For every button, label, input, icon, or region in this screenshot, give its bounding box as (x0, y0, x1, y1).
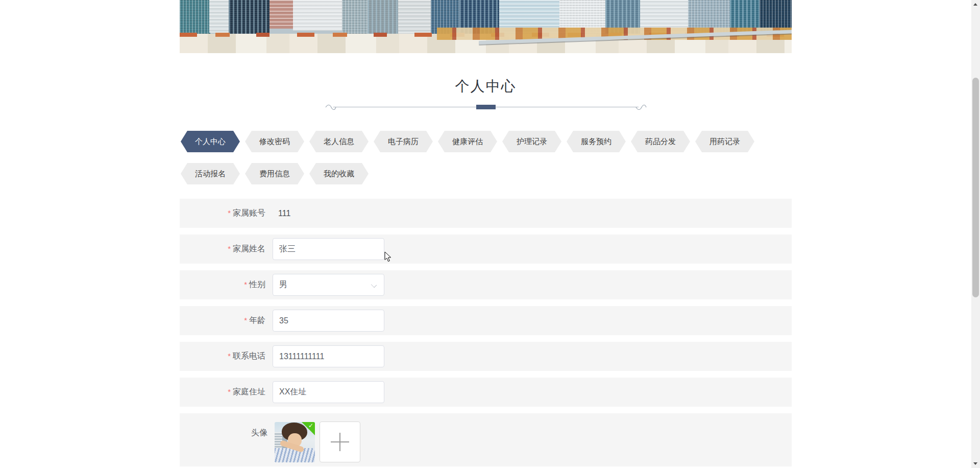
chevron-down-icon (371, 282, 377, 288)
nav-tab[interactable]: 健康评估 (438, 131, 497, 152)
nav-tab-label: 修改密码 (259, 137, 290, 147)
input-phone[interactable] (273, 345, 384, 367)
field-label: *年龄 (180, 315, 265, 326)
check-icon: ✓ (308, 422, 313, 429)
field-control (273, 345, 384, 367)
field-control: 男 (273, 274, 384, 296)
nav-tab[interactable]: 修改密码 (245, 131, 304, 152)
upload-button[interactable] (320, 422, 360, 462)
divider-squiggle-left (325, 104, 336, 110)
select-value: 男 (279, 279, 287, 290)
field-label-text: 联系电话 (233, 352, 265, 360)
field-control (273, 238, 384, 260)
field-control (273, 381, 384, 403)
nav-tab-label: 服务预约 (581, 137, 611, 147)
title-divider (328, 104, 644, 110)
nav-tab-label: 老人信息 (324, 137, 354, 147)
field-label-text: 年龄 (249, 316, 265, 324)
nav-tab-label: 费用信息 (259, 169, 290, 179)
tab-row-1: 个人中心修改密码老人信息电子病历健康评估护理记录服务预约药品分发用药记录 (181, 131, 792, 152)
scroll-down-icon[interactable] (971, 459, 980, 468)
banner-building (209, 0, 230, 33)
required-asterisk: * (228, 208, 231, 217)
nav-tab-label: 电子病历 (388, 137, 419, 147)
form-row-age: *年龄 (180, 306, 792, 335)
field-control: ✓ (275, 422, 360, 462)
nav-tab[interactable]: 服务预约 (567, 131, 626, 152)
nav-tab[interactable]: 个人中心 (181, 131, 240, 152)
form-row-family-account: *家属账号111 (180, 199, 792, 228)
required-asterisk: * (228, 244, 231, 253)
field-label: *家属姓名 (180, 244, 265, 254)
nav-tab[interactable]: 用药记录 (695, 131, 754, 152)
scroll-up-icon[interactable] (971, 0, 980, 9)
field-control (273, 310, 384, 332)
nav-tab[interactable]: 护理记录 (502, 131, 561, 152)
banner-building (270, 0, 293, 29)
select-gender[interactable]: 男 (273, 274, 384, 296)
input-age[interactable] (273, 310, 384, 332)
field-label: *家属账号 (180, 208, 265, 219)
required-asterisk: * (228, 352, 231, 360)
nav-tab-label: 个人中心 (195, 137, 226, 147)
required-asterisk: * (228, 387, 231, 396)
nav-tab-label: 护理记录 (517, 137, 547, 147)
nav-tab-label: 用药记录 (709, 137, 740, 147)
nav-tab-label: 活动报名 (195, 169, 226, 179)
banner-building (293, 0, 342, 31)
field-label: *性别 (180, 279, 265, 290)
divider-squiggle-right (635, 104, 647, 110)
form-row-phone: *联系电话 (180, 342, 792, 371)
banner-image (180, 0, 792, 53)
nav-tab[interactable]: 药品分发 (631, 131, 690, 152)
field-label-text: 家属账号 (233, 208, 265, 217)
content-area: 个人中心 个人中心修改密码老人信息电子病历健康评估护理记录服务预约药品分发用药记… (180, 0, 792, 466)
nav-tabs: 个人中心修改密码老人信息电子病历健康评估护理记录服务预约药品分发用药记录 活动报… (181, 131, 792, 184)
required-asterisk: * (244, 316, 247, 324)
nav-tab[interactable]: 活动报名 (181, 163, 240, 184)
nav-tab[interactable]: 电子病历 (374, 131, 433, 152)
scrollbar[interactable] (971, 0, 980, 468)
required-asterisk: * (244, 280, 247, 289)
field-control: 111 (273, 209, 290, 218)
tab-row-2: 活动报名费用信息我的收藏 (181, 163, 792, 184)
nav-tab[interactable]: 老人信息 (309, 131, 369, 152)
field-label: *家庭住址 (180, 387, 265, 397)
field-label: *联系电话 (180, 351, 265, 362)
divider-accent-block (476, 105, 496, 109)
profile-form: *家属账号111*家属姓名*性别男*年龄*联系电话*家庭住址头像✓ (180, 199, 792, 466)
field-label-text: 家庭住址 (233, 387, 265, 396)
static-value-family-account: 111 (278, 209, 290, 218)
scrollbar-thumb[interactable] (972, 78, 979, 297)
form-row-gender: *性别男 (180, 270, 792, 299)
nav-tab-label: 我的收藏 (324, 169, 354, 179)
field-label-text: 家属姓名 (233, 244, 265, 253)
page-title: 个人中心 (180, 77, 792, 96)
input-address[interactable] (273, 381, 384, 403)
form-row-address: *家庭住址 (180, 378, 792, 407)
page: 个人中心 个人中心修改密码老人信息电子病历健康评估护理记录服务预约药品分发用药记… (0, 0, 971, 466)
nav-tab[interactable]: 我的收藏 (309, 163, 369, 184)
nav-tab[interactable]: 费用信息 (245, 163, 304, 184)
form-row-family-name: *家属姓名 (180, 235, 792, 264)
field-label-text: 头像 (251, 428, 267, 437)
avatar-thumbnail[interactable]: ✓ (275, 422, 315, 462)
plus-icon (331, 433, 349, 451)
field-label-text: 性别 (249, 280, 265, 289)
input-family-name[interactable] (273, 238, 384, 260)
field-label: 头像 (180, 428, 267, 438)
form-row-avatar: 头像✓ (180, 413, 792, 466)
nav-tab-label: 健康评估 (452, 137, 483, 147)
nav-tab-label: 药品分发 (645, 137, 676, 147)
